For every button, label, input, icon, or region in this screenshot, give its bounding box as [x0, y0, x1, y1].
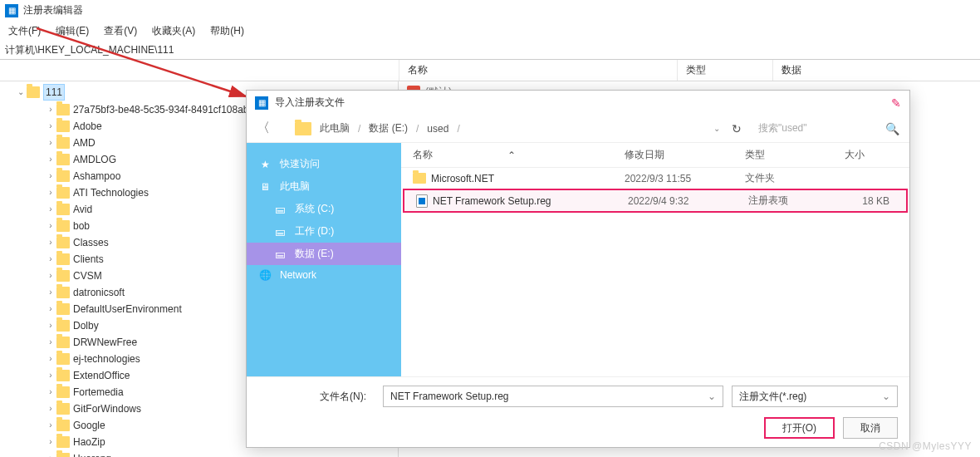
tree-label: Dolby — [73, 318, 99, 333]
expand-icon[interactable]: › — [45, 368, 56, 383]
tree-label: ej-technologies — [73, 351, 140, 366]
folder-icon — [56, 420, 70, 431]
expand-icon[interactable]: › — [45, 351, 56, 366]
expand-icon[interactable]: › — [45, 318, 56, 333]
folder-icon — [56, 270, 70, 282]
expand-icon[interactable]: › — [45, 252, 56, 267]
sidebar-quick-access[interactable]: ★ 快速访问 — [247, 153, 401, 175]
sidebar-drive-c[interactable]: 🖴 系统 (C:) — [247, 198, 401, 220]
col-size[interactable]: 大小 — [833, 148, 909, 162]
tree-label: Ashampoo — [73, 169, 120, 184]
expand-icon[interactable]: › — [45, 219, 56, 233]
file-type: 文件夹 — [733, 171, 833, 185]
folder-icon — [56, 104, 70, 115]
col-date[interactable]: 修改日期 — [613, 148, 733, 162]
cancel-button[interactable]: 取消 — [843, 417, 898, 439]
expand-icon[interactable]: › — [45, 385, 56, 400]
col-header-data[interactable]: 数据 — [772, 60, 980, 81]
edit-icon[interactable]: ✎ — [891, 96, 901, 110]
open-button[interactable]: 打开(O) — [764, 417, 835, 439]
sidebar-label: Network — [280, 269, 316, 281]
drive-icon: 🖴 — [273, 204, 287, 215]
file-row[interactable]: Microsoft.NET2022/9/3 11:55文件夹 — [401, 168, 909, 189]
network-icon: 🌐 — [258, 269, 272, 281]
col-type[interactable]: 类型 — [733, 148, 833, 162]
star-icon: ★ — [258, 159, 272, 170]
tree-label: DefaultUserEnvironment — [73, 302, 182, 317]
expand-icon[interactable]: › — [45, 401, 56, 416]
menu-file[interactable]: 文件(F) — [8, 24, 41, 38]
file-row[interactable]: NET Framework Setup.reg2022/9/4 9:32注册表项… — [403, 189, 908, 213]
file-name: NET Framework Setup.reg — [433, 195, 551, 207]
folder-icon — [56, 436, 70, 448]
breadcrumb-folder[interactable]: used — [427, 123, 448, 135]
folder-icon — [56, 154, 70, 165]
expand-icon[interactable]: › — [45, 268, 56, 283]
expand-icon[interactable]: › — [45, 451, 56, 457]
expand-icon[interactable]: › — [45, 302, 56, 317]
reg-file-icon — [416, 194, 428, 208]
dialog-titlebar: ▦ 导入注册表文件 ✎ — [247, 91, 909, 115]
expand-icon[interactable]: › — [45, 102, 56, 117]
filename-input[interactable]: NET Framework Setup.reg ⌄ — [383, 386, 723, 407]
expand-icon[interactable]: › — [45, 169, 56, 184]
breadcrumb-drive[interactable]: 数据 (E:) — [369, 121, 408, 135]
folder-icon — [56, 287, 70, 298]
expand-icon[interactable]: › — [45, 202, 56, 217]
expand-icon[interactable]: › — [45, 185, 56, 200]
menu-favorites[interactable]: 收藏夹(A) — [152, 24, 195, 38]
folder-icon — [56, 220, 70, 232]
expand-icon[interactable]: › — [45, 152, 56, 167]
tree-label: AMD — [73, 135, 96, 150]
breadcrumb-pc[interactable]: 此电脑 — [320, 121, 350, 135]
menu-help[interactable]: 帮助(H) — [210, 24, 244, 38]
expand-icon[interactable]: › — [45, 135, 56, 150]
search-icon: 🔍 — [885, 122, 899, 135]
expand-icon[interactable]: › — [45, 418, 56, 433]
back-button[interactable]: 〈 — [257, 120, 270, 137]
regedit-addressbar[interactable]: 计算机\HKEY_LOCAL_MACHINE\111 — [0, 42, 980, 60]
col-name[interactable]: 名称⌃ — [401, 148, 613, 162]
sidebar-drive-e[interactable]: 🖴 数据 (E:) — [247, 243, 401, 265]
search-placeholder: 搜索"used" — [758, 121, 807, 135]
breadcrumb-sep: / — [416, 123, 419, 135]
col-header-type[interactable]: 类型 — [677, 60, 772, 81]
folder-icon — [295, 122, 311, 135]
tree-label: Avid — [73, 202, 92, 217]
filetype-select[interactable]: 注册文件(*.reg) ⌄ — [732, 386, 898, 407]
refresh-icon[interactable]: ↻ — [732, 122, 742, 135]
expand-icon[interactable]: › — [45, 119, 56, 134]
col-header-name[interactable]: 名称 — [399, 60, 677, 81]
watermark: CSDN @MylesYYY — [879, 440, 972, 452]
tree-label: AMDLOG — [73, 152, 116, 167]
chevron-down-icon[interactable]: ⌄ — [882, 391, 890, 402]
expand-icon[interactable]: › — [45, 235, 56, 250]
pc-icon: 🖥 — [258, 181, 272, 193]
chevron-down-icon[interactable]: ⌄ — [713, 124, 720, 133]
folder-icon — [56, 403, 70, 415]
tree-node[interactable]: ›Huorong — [0, 450, 398, 457]
expand-icon[interactable]: › — [45, 435, 56, 450]
folder-icon — [56, 170, 70, 182]
chevron-down-icon[interactable]: ⌄ — [708, 391, 716, 402]
sidebar-network[interactable]: 🌐 Network — [247, 265, 401, 285]
file-date: 2022/9/4 9:32 — [616, 195, 737, 207]
tree-label: Clients — [73, 252, 104, 267]
search-box[interactable]: 搜索"used" 🔍 — [758, 121, 899, 135]
folder-icon — [56, 120, 70, 132]
dialog-title: 导入注册表文件 — [275, 96, 345, 110]
tree-label: HaoZip — [73, 435, 105, 450]
sidebar-label: 快速访问 — [280, 157, 320, 171]
sidebar-drive-d[interactable]: 🖴 工作 (D:) — [247, 220, 401, 243]
expand-icon[interactable]: › — [45, 335, 56, 350]
sidebar-label: 工作 (D:) — [295, 224, 334, 238]
file-type: 注册表项 — [737, 194, 836, 208]
menu-view[interactable]: 查看(V) — [104, 24, 137, 38]
expand-icon[interactable]: › — [45, 285, 56, 300]
sidebar-this-pc[interactable]: 🖥 此电脑 — [247, 175, 401, 198]
tree-label: CVSM — [73, 268, 102, 283]
menu-edit[interactable]: 编辑(E) — [56, 24, 89, 38]
dialog-sidebar: ★ 快速访问 🖥 此电脑 🖴 系统 (C:) 🖴 工作 (D:) 🖴 数据 (E… — [247, 143, 401, 376]
folder-icon — [56, 353, 70, 365]
expand-icon[interactable]: ⌄ — [15, 85, 27, 100]
